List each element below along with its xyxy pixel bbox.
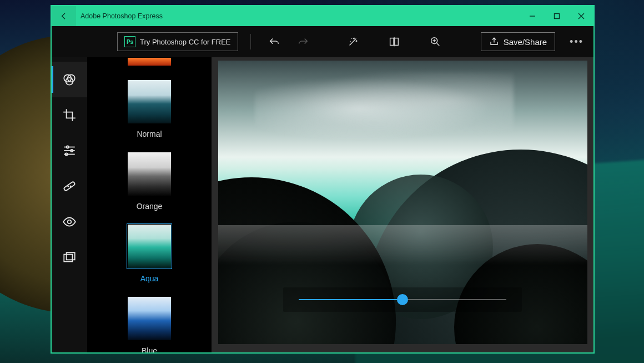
- side-tool-filters[interactable]: [52, 62, 87, 97]
- ps-badge-icon: Ps: [124, 36, 135, 47]
- filter-label: Orange: [137, 202, 163, 211]
- side-tool-borders[interactable]: [52, 240, 87, 275]
- svg-rect-18: [63, 181, 75, 191]
- redo-icon: [297, 36, 309, 48]
- more-icon: •••: [570, 36, 583, 47]
- zoom-button[interactable]: [424, 31, 446, 53]
- share-icon: [489, 37, 499, 47]
- overlap-circles-icon: [62, 72, 77, 87]
- filter-item-blue[interactable]: Blue: [127, 296, 172, 352]
- filter-thumb: [127, 79, 172, 124]
- svg-rect-22: [64, 255, 72, 262]
- filter-label: Blue: [142, 346, 157, 352]
- filter-item[interactable]: [127, 57, 172, 66]
- filter-panel[interactable]: Normal Orange Aqua Blue: [87, 57, 212, 352]
- back-button[interactable]: [52, 6, 76, 26]
- filter-thumb: [127, 57, 172, 66]
- slider-track: [299, 299, 506, 300]
- side-tool-adjust[interactable]: [52, 133, 87, 168]
- try-cc-label: Try Photoshop CC for FREE: [140, 38, 231, 46]
- svg-point-20: [71, 186, 71, 186]
- window-controls: [520, 6, 593, 26]
- undo-button[interactable]: [263, 31, 285, 53]
- svg-rect-3: [394, 38, 398, 46]
- side-tools: [52, 57, 87, 352]
- filter-thumb: [127, 296, 172, 341]
- more-button[interactable]: •••: [570, 36, 583, 48]
- svg-point-21: [68, 220, 72, 224]
- svg-rect-23: [67, 252, 75, 260]
- slider-thumb[interactable]: [397, 294, 408, 305]
- sliders-icon: [62, 143, 77, 158]
- filter-label: Aqua: [140, 274, 159, 283]
- filter-label: Normal: [137, 130, 162, 138]
- app-window: Adobe Photoshop Express Ps Try Photoshop…: [51, 5, 595, 354]
- image-canvas[interactable]: [218, 61, 587, 344]
- top-toolbar: Ps Try Photoshop CC for FREE Save/Share …: [52, 26, 593, 57]
- side-tool-redeye[interactable]: [52, 204, 87, 240]
- canvas-area: [212, 57, 593, 352]
- zoom-in-icon: [429, 36, 441, 48]
- magic-wand-icon: [347, 36, 359, 48]
- side-tool-crop[interactable]: [52, 97, 87, 133]
- auto-enhance-button[interactable]: [342, 31, 364, 53]
- try-photoshop-cc-button[interactable]: Ps Try Photoshop CC for FREE: [117, 32, 238, 51]
- compare-icon: [388, 36, 400, 48]
- compare-button[interactable]: [383, 31, 405, 53]
- maximize-button[interactable]: [545, 6, 569, 26]
- minimize-button[interactable]: [520, 6, 545, 26]
- filter-item-normal[interactable]: Normal: [127, 79, 172, 138]
- svg-line-6: [436, 43, 439, 46]
- app-title: Adobe Photoshop Express: [80, 12, 163, 20]
- filter-thumb: [127, 224, 172, 268]
- frames-icon: [62, 250, 77, 265]
- toolbar-separator: [250, 34, 251, 49]
- titlebar: Adobe Photoshop Express: [52, 6, 593, 26]
- slider-fill: [299, 299, 402, 300]
- save-share-button[interactable]: Save/Share: [481, 32, 555, 51]
- save-share-label: Save/Share: [504, 37, 547, 47]
- eye-icon: [62, 215, 77, 229]
- main-area: Normal Orange Aqua Blue: [52, 57, 593, 352]
- filter-intensity-slider[interactable]: [283, 287, 522, 312]
- svg-point-19: [68, 186, 68, 186]
- redo-button[interactable]: [292, 31, 314, 53]
- filter-item-aqua[interactable]: Aqua: [127, 224, 172, 283]
- crop-icon: [62, 108, 77, 122]
- filter-thumb: [127, 152, 172, 196]
- bandage-icon: [62, 179, 77, 193]
- undo-icon: [268, 36, 280, 48]
- side-tool-heal[interactable]: [52, 168, 87, 204]
- close-button[interactable]: [569, 6, 593, 26]
- filter-item-orange[interactable]: Orange: [127, 152, 172, 211]
- svg-rect-2: [390, 38, 393, 46]
- svg-rect-1: [555, 14, 560, 19]
